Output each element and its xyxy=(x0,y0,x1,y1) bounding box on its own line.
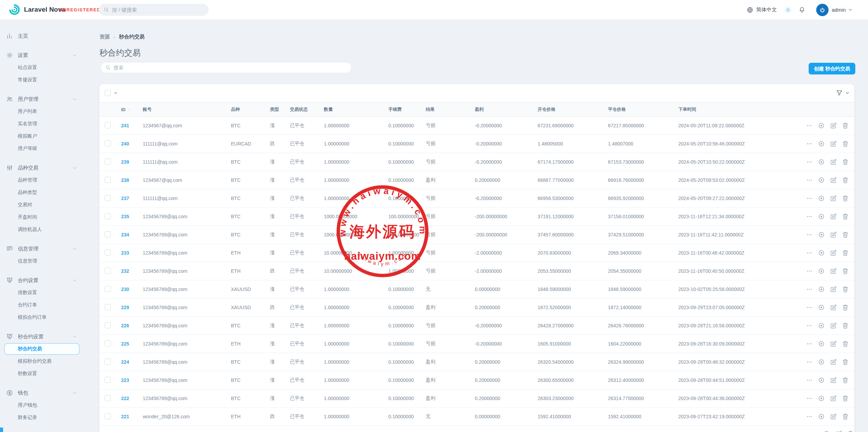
sidebar-item-品种类型[interactable]: 品种类型 xyxy=(0,186,93,199)
sidebar-item-用户钱包[interactable]: 用户钱包 xyxy=(0,399,93,411)
row-view-button[interactable] xyxy=(818,322,825,329)
row-view-button[interactable] xyxy=(818,267,825,275)
row-delete-button[interactable] xyxy=(842,358,849,366)
row-id-link[interactable]: 234 xyxy=(121,232,129,237)
row-view-button[interactable] xyxy=(818,195,825,202)
row-view-button[interactable] xyxy=(818,304,825,311)
row-delete-button[interactable] xyxy=(842,376,849,384)
sidebar-item-常规设置[interactable]: 常规设置 xyxy=(0,74,93,86)
row-delete-button[interactable] xyxy=(842,213,849,220)
row-delete-button[interactable] xyxy=(842,304,849,311)
breadcrumb-resources-link[interactable]: 资源 xyxy=(99,34,110,40)
row-edit-button[interactable] xyxy=(830,249,837,257)
sort-icon[interactable] xyxy=(127,107,132,112)
row-edit-button[interactable] xyxy=(830,376,837,384)
row-edit-button[interactable] xyxy=(830,322,837,329)
sidebar-item-交易对[interactable]: 交易对 xyxy=(0,199,93,211)
row-view-button[interactable] xyxy=(818,176,825,184)
sidebar-item-用户等级[interactable]: 用户等级 xyxy=(0,142,93,155)
row-more-actions-button[interactable] xyxy=(806,267,813,275)
row-id-link[interactable]: 238 xyxy=(121,177,129,183)
sidebar-item-模拟秒合约交易[interactable]: 模拟秒合约交易 xyxy=(0,355,93,367)
row-edit-button[interactable] xyxy=(830,122,837,129)
row-checkbox[interactable] xyxy=(105,213,111,219)
row-more-actions-button[interactable] xyxy=(806,340,813,348)
row-id-link[interactable]: 232 xyxy=(121,268,129,274)
row-more-actions-button[interactable] xyxy=(806,322,813,329)
resource-search-input[interactable] xyxy=(114,65,347,70)
theme-toggle-button[interactable] xyxy=(784,6,792,14)
row-delete-button[interactable] xyxy=(842,231,849,238)
row-view-button[interactable] xyxy=(818,213,825,220)
chevron-down-icon[interactable] xyxy=(72,335,77,339)
row-more-actions-button[interactable] xyxy=(806,358,813,366)
row-delete-button[interactable] xyxy=(842,249,849,257)
row-view-button[interactable] xyxy=(818,122,825,129)
row-view-button[interactable] xyxy=(823,430,830,432)
row-id-link[interactable]: 229 xyxy=(121,305,129,310)
sidebar-item-合约订单[interactable]: 合约订单 xyxy=(0,299,93,311)
row-checkbox[interactable] xyxy=(105,195,111,201)
chevron-down-icon[interactable] xyxy=(72,278,77,283)
row-delete-button[interactable] xyxy=(842,340,849,348)
row-edit-button[interactable] xyxy=(830,413,837,420)
row-checkbox[interactable] xyxy=(105,304,111,310)
sidebar-item-信息管理[interactable]: 信息管理 xyxy=(0,255,93,267)
row-checkbox[interactable] xyxy=(105,122,111,128)
row-more-actions-button[interactable] xyxy=(806,285,813,293)
sidebar-item-用户列表[interactable]: 用户列表 xyxy=(0,105,93,118)
row-id-link[interactable]: 226 xyxy=(121,323,129,328)
row-id-link[interactable]: 233 xyxy=(121,250,129,256)
row-delete-button[interactable] xyxy=(842,176,849,184)
row-view-button[interactable] xyxy=(818,231,825,238)
sidebar-item-实名管理[interactable]: 实名管理 xyxy=(0,118,93,130)
row-edit-button[interactable] xyxy=(830,340,837,348)
sidebar-group-信息管理[interactable]: 信息管理 xyxy=(0,243,93,255)
row-more-actions-button[interactable] xyxy=(806,304,813,311)
row-view-button[interactable] xyxy=(818,340,825,348)
sidebar-scrollbar-thumb[interactable] xyxy=(0,428,3,432)
row-view-button[interactable] xyxy=(818,158,825,166)
sidebar-group-钱包[interactable]: 钱包 xyxy=(0,387,93,399)
global-search[interactable] xyxy=(99,4,209,16)
chevron-down-icon[interactable] xyxy=(72,166,77,170)
row-delete-button[interactable] xyxy=(842,285,849,293)
row-id-link[interactable]: 237 xyxy=(121,196,129,201)
sidebar-group-品种交易[interactable]: 品种交易 xyxy=(0,162,93,174)
create-resource-button[interactable]: 创建 秒合约交易 xyxy=(809,63,855,74)
row-more-actions-button[interactable] xyxy=(811,430,818,432)
resource-search[interactable] xyxy=(101,62,352,73)
row-edit-button[interactable] xyxy=(830,231,837,238)
row-checkbox[interactable] xyxy=(105,377,111,383)
row-edit-button[interactable] xyxy=(830,304,837,311)
row-edit-button[interactable] xyxy=(830,358,837,366)
row-checkbox[interactable] xyxy=(105,322,111,328)
row-more-actions-button[interactable] xyxy=(806,376,813,384)
sidebar-item-财务记录[interactable]: 财务记录 xyxy=(0,411,93,424)
row-checkbox[interactable] xyxy=(105,340,111,347)
notifications-button[interactable] xyxy=(798,6,806,13)
sidebar-item-站点设置[interactable]: 站点设置 xyxy=(0,61,93,74)
row-view-button[interactable] xyxy=(818,358,825,366)
sidebar-item-倍数设置[interactable]: 倍数设置 xyxy=(0,287,93,299)
sidebar-group-用户管理[interactable]: 用户管理 xyxy=(0,93,93,105)
row-checkbox[interactable] xyxy=(105,140,111,147)
row-delete-button[interactable] xyxy=(842,122,849,129)
row-more-actions-button[interactable] xyxy=(806,231,813,238)
row-edit-button[interactable] xyxy=(830,395,837,402)
sidebar-item-秒合约交易[interactable]: 秒合约交易 xyxy=(0,343,93,355)
sidebar-item-品种管理[interactable]: 品种管理 xyxy=(0,174,93,186)
row-edit-button[interactable] xyxy=(830,176,837,184)
row-id-link[interactable]: 230 xyxy=(121,287,129,292)
chevron-down-icon[interactable] xyxy=(72,53,77,58)
row-more-actions-button[interactable] xyxy=(806,195,813,202)
global-search-input[interactable] xyxy=(112,7,204,13)
row-view-button[interactable] xyxy=(818,249,825,257)
row-id-link[interactable]: 225 xyxy=(121,341,129,347)
chevron-down-icon[interactable] xyxy=(72,97,77,102)
row-edit-button[interactable] xyxy=(835,430,842,432)
row-id-link[interactable]: 235 xyxy=(121,214,129,219)
row-view-button[interactable] xyxy=(818,285,825,293)
row-checkbox[interactable] xyxy=(105,395,111,401)
user-avatar[interactable] xyxy=(816,4,829,16)
